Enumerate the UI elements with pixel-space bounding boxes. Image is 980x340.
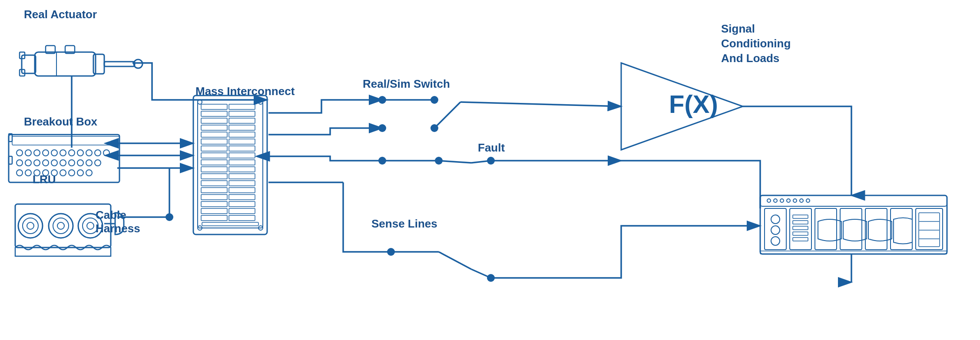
svg-rect-91	[201, 208, 227, 214]
svg-point-139	[378, 124, 386, 132]
svg-rect-94	[229, 215, 255, 221]
svg-rect-80	[229, 167, 255, 172]
svg-text:F(X): F(X)	[669, 90, 718, 118]
svg-rect-62	[229, 104, 255, 109]
svg-point-109	[800, 199, 803, 202]
svg-rect-126	[919, 213, 940, 247]
svg-point-55	[78, 214, 103, 238]
svg-point-47	[86, 170, 92, 176]
svg-point-21	[43, 150, 49, 156]
svg-point-54	[57, 222, 64, 229]
svg-line-146	[460, 102, 621, 106]
svg-point-39	[17, 170, 23, 176]
svg-rect-103	[760, 195, 947, 206]
svg-rect-78	[229, 160, 255, 165]
svg-rect-72	[229, 139, 255, 144]
svg-rect-82	[229, 174, 255, 179]
svg-point-34	[60, 160, 66, 166]
svg-rect-4	[35, 52, 96, 76]
svg-point-145	[430, 124, 438, 132]
svg-point-53	[53, 218, 69, 234]
svg-rect-87	[201, 195, 227, 200]
svg-rect-88	[229, 195, 255, 200]
svg-point-30	[25, 160, 31, 166]
svg-rect-69	[201, 132, 227, 137]
svg-rect-75	[201, 153, 227, 158]
svg-point-143	[430, 96, 438, 104]
svg-point-29	[17, 160, 23, 166]
svg-point-46	[77, 170, 83, 176]
svg-rect-125	[793, 238, 808, 241]
svg-point-35	[69, 160, 75, 166]
svg-point-25	[77, 150, 83, 156]
svg-rect-89	[201, 201, 227, 207]
svg-point-23	[60, 150, 66, 156]
svg-rect-84	[229, 181, 255, 186]
svg-point-27	[95, 150, 101, 156]
svg-point-50	[23, 218, 38, 234]
svg-rect-92	[229, 208, 255, 214]
svg-rect-76	[229, 153, 255, 158]
svg-point-42	[43, 170, 49, 176]
cable-harness-symbol	[104, 213, 124, 234]
svg-rect-71	[201, 139, 227, 144]
svg-point-36	[77, 160, 83, 166]
mass-interconnect-device	[193, 96, 267, 234]
signal-conditioning-device	[760, 195, 947, 254]
lru-device	[15, 204, 111, 256]
svg-point-38	[95, 160, 101, 166]
svg-point-56	[83, 218, 98, 234]
svg-rect-17	[12, 136, 119, 145]
svg-point-49	[18, 214, 43, 238]
svg-rect-122	[793, 221, 808, 224]
svg-point-104	[767, 199, 771, 202]
svg-point-37	[86, 160, 92, 166]
svg-rect-95	[202, 222, 258, 226]
svg-rect-77	[201, 160, 227, 165]
svg-point-32	[43, 160, 49, 166]
svg-rect-70	[229, 132, 255, 137]
svg-point-120	[771, 237, 780, 245]
svg-rect-61	[201, 104, 227, 109]
svg-point-24	[69, 150, 75, 156]
svg-point-119	[771, 226, 780, 234]
svg-rect-73	[201, 146, 227, 151]
svg-point-19	[25, 150, 31, 156]
svg-point-118	[771, 215, 780, 224]
svg-rect-48	[15, 204, 111, 248]
svg-point-105	[774, 199, 777, 202]
svg-point-43	[51, 170, 57, 176]
svg-rect-6	[104, 62, 135, 66]
svg-rect-66	[229, 118, 255, 123]
fx-triangle: F(X)	[621, 63, 743, 150]
svg-rect-121	[793, 215, 808, 218]
svg-point-18	[17, 150, 23, 156]
diagram-svg: F(X)	[0, 0, 980, 340]
svg-rect-63	[201, 111, 227, 116]
svg-rect-81	[201, 174, 227, 179]
svg-rect-90	[229, 201, 255, 207]
svg-point-57	[87, 222, 94, 229]
svg-point-22	[51, 150, 57, 156]
svg-line-156	[439, 252, 471, 269]
breakout-box-device	[9, 134, 119, 182]
svg-rect-79	[201, 167, 227, 172]
svg-rect-123	[793, 226, 808, 230]
svg-point-44	[60, 170, 66, 176]
svg-point-45	[69, 170, 75, 176]
svg-rect-8	[22, 55, 36, 73]
svg-point-40	[25, 170, 31, 176]
svg-point-107	[787, 199, 790, 202]
svg-point-106	[780, 199, 784, 202]
svg-point-26	[86, 150, 92, 156]
svg-rect-86	[229, 188, 255, 193]
svg-point-33	[51, 160, 57, 166]
svg-point-51	[27, 222, 34, 229]
svg-line-144	[434, 102, 460, 128]
svg-point-20	[34, 150, 40, 156]
diagram-container: Real Actuator Breakout Box LRU CableHarn…	[0, 0, 980, 340]
svg-point-41	[34, 170, 40, 176]
svg-rect-83	[201, 181, 227, 186]
svg-rect-85	[201, 188, 227, 193]
svg-rect-93	[201, 215, 227, 221]
